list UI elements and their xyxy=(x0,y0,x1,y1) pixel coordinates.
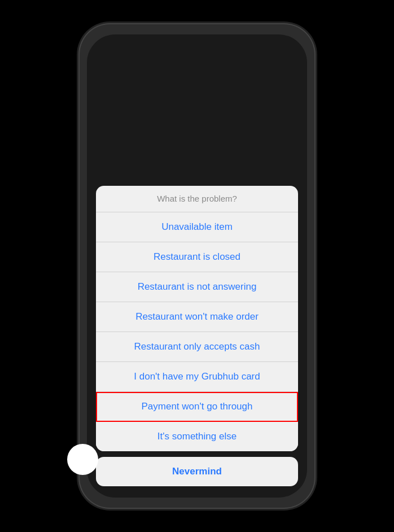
menu-item-label: Unavailable item xyxy=(161,221,233,232)
menu-item-label: I don't have my Grubhub card xyxy=(134,371,260,382)
menu-item-label: Restaurant is not answering xyxy=(138,281,257,292)
phone-screen: What is the problem? Unavailable item Re… xyxy=(87,34,307,498)
menu-item-label: It's something else xyxy=(157,431,237,442)
modal-container: What is the problem? Unavailable item Re… xyxy=(87,186,307,498)
menu-item-wont-make-order[interactable]: Restaurant won't make order xyxy=(96,302,298,332)
menu-item-not-answering[interactable]: Restaurant is not answering xyxy=(96,272,298,302)
menu-header-text: What is the problem? xyxy=(157,194,237,203)
menu-item-only-cash[interactable]: Restaurant only accepts cash xyxy=(96,332,298,362)
menu-item-label: Restaurant won't make order xyxy=(135,311,259,322)
menu-item-label: Payment won't go through xyxy=(142,401,253,412)
menu-item-unavailable-item[interactable]: Unavailable item xyxy=(96,212,298,242)
menu-item-something-else[interactable]: It's something else xyxy=(96,422,298,451)
menu-item-label: Restaurant only accepts cash xyxy=(134,341,260,352)
white-circle-decoration xyxy=(67,444,98,475)
phone-frame: What is the problem? Unavailable item Re… xyxy=(78,23,316,509)
menu-item-label: Restaurant is closed xyxy=(154,251,240,262)
menu-item-restaurant-closed[interactable]: Restaurant is closed xyxy=(96,242,298,272)
menu-item-payment-wont-go[interactable]: Payment won't go through xyxy=(96,392,298,422)
menu-item-grubhub-card[interactable]: I don't have my Grubhub card xyxy=(96,362,298,392)
menu-header: What is the problem? xyxy=(96,186,298,212)
nevermind-button[interactable]: Nevermind xyxy=(96,457,298,486)
problem-menu-sheet: What is the problem? Unavailable item Re… xyxy=(96,186,298,451)
nevermind-label: Nevermind xyxy=(172,466,222,477)
